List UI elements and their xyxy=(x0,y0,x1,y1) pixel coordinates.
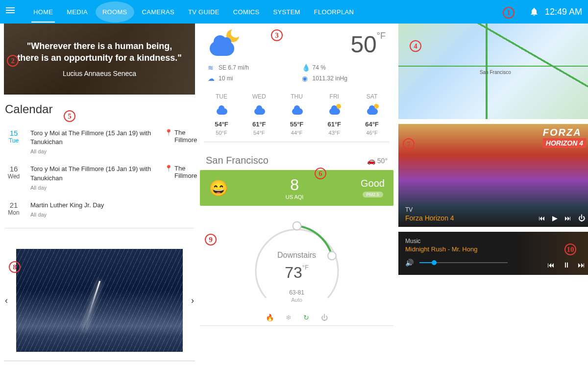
forecast-low: 43°F xyxy=(318,130,350,136)
weather-condition-icon xyxy=(208,29,242,59)
music-title: Midnight Rush - Mr. Hong xyxy=(405,245,585,253)
aqi-rating: Good xyxy=(361,178,385,189)
forecast-day[interactable]: THU 55°F 44°F xyxy=(281,93,313,136)
nav-tabs: HOMEMEDIAROOMSCAMERASTV GUIDECOMICSSYSTE… xyxy=(27,1,529,23)
tv-cover-logo: FORZA HORIZON 4 xyxy=(543,127,586,148)
forecast-day[interactable]: FRI 61°F 43°F xyxy=(318,93,350,136)
pressure-icon: ◉ xyxy=(302,74,310,82)
header-right: 12:49 AM xyxy=(529,7,582,17)
calendar-event[interactable]: 15Tue Toro y Moi at The Fillmore (15 Jan… xyxy=(5,124,194,160)
thermostat-card[interactable]: Downstairs 73°F 63-81 Auto 🔥 ❄ ↻ ⏻ xyxy=(200,216,393,326)
calendar-title: Calendar xyxy=(5,102,194,116)
nav-tab-cameras[interactable]: CAMERAS xyxy=(136,1,180,23)
tv-title: Forza Horizon 4 xyxy=(405,214,454,222)
annotation-1: 1 xyxy=(503,7,514,19)
thermostat-name: Downstairs xyxy=(245,251,348,260)
forecast-icon xyxy=(215,105,228,116)
forecast-day[interactable]: SAT 64°F 46°F xyxy=(356,93,388,136)
thermostat-mode: Auto xyxy=(245,297,348,303)
tv-prev-icon[interactable]: ⏮ xyxy=(539,214,545,222)
music-pause-icon[interactable]: ⏸ xyxy=(563,261,570,269)
calendar-event[interactable]: 21Mon Martin Luther King Jr. DayAll day xyxy=(5,196,194,223)
forecast-day-name: WED xyxy=(244,93,275,100)
location-pin-icon: 📍 xyxy=(165,129,172,136)
forecast-high: 64°F xyxy=(356,121,388,128)
thermostat-dial[interactable]: Downstairs 73°F 63-81 Auto xyxy=(245,216,348,318)
tv-media-card[interactable]: FORZA HORIZON 4 TV Forza Horizon 4 ⏮ ▶ ⏭… xyxy=(398,124,588,227)
volume-slider[interactable] xyxy=(419,262,508,263)
wind-icon: ≋ xyxy=(208,64,216,72)
forecast-high: 61°F xyxy=(318,121,350,128)
music-media-card[interactable]: Music Midnight Rush - Mr. Hong 🔊 ⏮ ⏸ ⏭ xyxy=(398,232,588,275)
calendar-event-title: Martin Luther King Jr. Day xyxy=(30,201,194,210)
aqi-pollutant: PM2.5 xyxy=(363,192,383,197)
quote-text: "Wherever there is a human being, there … xyxy=(16,41,183,64)
forecast-day[interactable]: TUE 54°F 50°F xyxy=(206,93,237,136)
forecast-icon xyxy=(327,105,341,116)
annotation-2: 2 xyxy=(7,55,19,67)
forecast-day-name: SAT xyxy=(356,93,388,100)
calendar-date: 16Wed xyxy=(5,165,23,190)
calendar-event[interactable]: 16Wed Toro y Moi at The Fillmore (16 Jan… xyxy=(5,160,194,196)
svg-point-0 xyxy=(293,222,301,230)
forecast-high: 61°F xyxy=(244,121,275,128)
volume-icon[interactable]: 🔊 xyxy=(405,259,414,267)
nav-tab-media[interactable]: MEDIA xyxy=(61,1,94,23)
music-prev-icon[interactable]: ⏮ xyxy=(547,261,555,269)
calendar-card: Calendar 15Tue Toro y Moi at The Fillmor… xyxy=(4,95,195,232)
forecast-high: 55°F xyxy=(281,121,313,128)
nav-tab-comics[interactable]: COMICS xyxy=(227,1,266,23)
traffic-map[interactable]: San Francisco xyxy=(398,24,588,119)
music-controls: ⏮ ⏸ ⏭ xyxy=(547,261,585,269)
nav-tab-home[interactable]: HOME xyxy=(27,1,59,23)
commute-icon: 🚗 xyxy=(367,157,375,165)
nav-tab-system[interactable]: SYSTEM xyxy=(268,1,306,23)
forecast-high: 54°F xyxy=(206,121,237,128)
visibility-icon: ☁ xyxy=(208,74,216,82)
hamburger-menu-icon[interactable] xyxy=(6,6,18,18)
tv-next-icon[interactable]: ⏭ xyxy=(564,214,571,222)
tv-type-label: TV xyxy=(405,206,454,213)
annotation-4: 4 xyxy=(410,40,421,52)
forecast-day-name: FRI xyxy=(318,93,350,100)
carousel-prev-icon[interactable]: ‹ xyxy=(2,292,11,308)
weather-card: 50°F ≋SE 6.7 mi/h 💧74 % ☁10 mi ◉1011.32 … xyxy=(200,24,393,148)
music-next-icon[interactable]: ⏭ xyxy=(578,261,585,269)
nav-tab-rooms[interactable]: ROOMS xyxy=(96,1,134,23)
aqi-scale: US AQI xyxy=(286,194,304,200)
calendar-date: 15Tue xyxy=(5,129,23,154)
aqi-value: 8 xyxy=(286,176,304,194)
carousel-next-icon[interactable]: › xyxy=(188,292,197,308)
forecast-icon xyxy=(290,105,304,116)
music-type-label: Music xyxy=(405,238,585,245)
calendar-allday: All day xyxy=(30,212,194,218)
volume-thumb[interactable] xyxy=(432,260,437,265)
forecast-day[interactable]: WED 61°F 54°F xyxy=(244,93,275,136)
forecast-day-name: TUE xyxy=(206,93,237,100)
annotation-6: 6 xyxy=(315,168,326,179)
annotation-7: 7 xyxy=(403,138,415,150)
carousel-image[interactable] xyxy=(16,249,183,352)
aqi-face-icon: 😄 xyxy=(209,179,228,197)
quote-author: Lucius Annaeus Seneca xyxy=(63,70,136,77)
annotation-10: 10 xyxy=(564,244,576,255)
weather-stats: ≋SE 6.7 mi/h 💧74 % ☁10 mi ◉1011.32 inHg xyxy=(204,59,390,87)
forecast-low: 50°F xyxy=(206,130,237,136)
tv-power-icon[interactable]: ⏻ xyxy=(578,214,585,222)
app-header: HOMEMEDIAROOMSCAMERASTV GUIDECOMICSSYSTE… xyxy=(0,0,588,24)
aqi-travel: 🚗50° xyxy=(367,157,388,165)
humidity-icon: 💧 xyxy=(302,64,310,72)
thermostat-temp: 73°F xyxy=(245,264,348,282)
nav-tab-tv-guide[interactable]: TV GUIDE xyxy=(182,1,225,23)
calendar-date: 21Mon xyxy=(5,201,23,218)
current-temp: 50°F xyxy=(350,31,386,58)
nav-tab-floorplan[interactable]: FLOORPLAN xyxy=(308,1,360,23)
forecast-low: 44°F xyxy=(281,130,313,136)
calendar-event-title: Toro y Moi at The Fillmore (16 Jan 19) w… xyxy=(30,165,157,182)
forecast-low: 46°F xyxy=(356,130,388,136)
tv-play-icon[interactable]: ▶ xyxy=(552,214,558,222)
annotation-5: 5 xyxy=(64,110,75,122)
forecast-day-name: THU xyxy=(281,93,313,100)
notifications-icon[interactable] xyxy=(529,7,539,17)
annotation-9: 9 xyxy=(205,234,217,245)
